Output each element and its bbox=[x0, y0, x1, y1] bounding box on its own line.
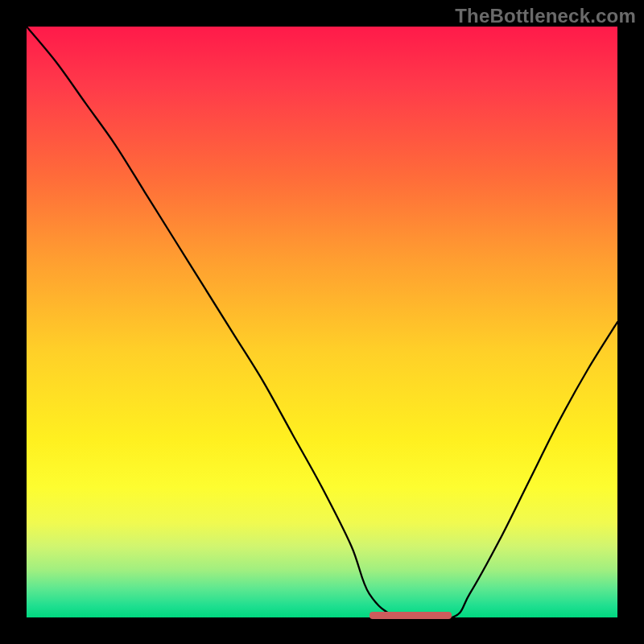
optimal-range-marker bbox=[369, 612, 452, 619]
plot-area bbox=[27, 27, 617, 617]
chart-container: TheBottleneck.com bbox=[0, 0, 644, 644]
watermark-text: TheBottleneck.com bbox=[455, 5, 636, 27]
bottleneck-curve bbox=[27, 27, 617, 617]
